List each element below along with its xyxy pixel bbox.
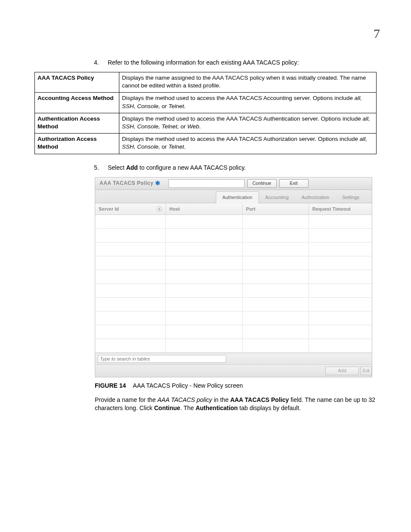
tab-accounting[interactable]: Accounting xyxy=(259,191,295,203)
grid-search-bar xyxy=(95,353,372,364)
def-value: Displays the name assigned to the AAA TA… xyxy=(119,72,377,92)
policy-name-input[interactable] xyxy=(168,179,245,188)
def-value: Displays the method used to access the A… xyxy=(119,93,377,113)
continue-button[interactable]: Continue xyxy=(247,179,277,188)
table-row xyxy=(95,325,372,339)
def-value: Displays the method used to access the A… xyxy=(119,134,377,154)
table-row xyxy=(95,339,372,353)
grid-footer: Add Edi xyxy=(95,364,372,377)
col-port[interactable]: Port xyxy=(243,203,309,215)
table-row: Authorization Access Method Displays the… xyxy=(35,134,377,154)
table-row xyxy=(95,284,372,298)
grid-body xyxy=(95,215,372,353)
table-row xyxy=(95,298,372,311)
step-5-text: Select Add to configure a new AAA TACACS… xyxy=(108,164,246,171)
add-button[interactable]: Add xyxy=(325,367,359,375)
col-server-id[interactable]: Server Id ▴ xyxy=(95,203,166,215)
sort-icon[interactable]: ▴ xyxy=(157,206,162,212)
table-row: Authentication Access Method Displays th… xyxy=(35,113,377,133)
edit-button[interactable]: Edi xyxy=(361,367,372,375)
def-key: Authentication Access Method xyxy=(35,113,119,133)
figure-caption: FIGURE 14AAA TACACS Policy - New Policy … xyxy=(95,382,377,390)
def-key: AAA TACACS Policy xyxy=(35,72,119,92)
col-host[interactable]: Host xyxy=(166,203,243,215)
step-4: 4. Refer to the following information fo… xyxy=(94,59,377,67)
step-4-num: 4. xyxy=(94,59,106,67)
table-row xyxy=(95,243,372,256)
aaa-tacacs-policy-dialog: AAA TACACS Policy✱ Continue Exit Authent… xyxy=(95,177,372,378)
definition-table: AAA TACACS Policy Displays the name assi… xyxy=(34,72,377,154)
grid-header: Server Id ▴ Host Port Request Timeout xyxy=(95,203,372,215)
exit-button[interactable]: Exit xyxy=(279,179,308,188)
required-star-icon: ✱ xyxy=(155,179,161,187)
body-paragraph: Provide a name for the AAA TACACS policy… xyxy=(95,396,377,412)
tab-authentication[interactable]: Authentication xyxy=(216,191,259,203)
table-row xyxy=(95,311,372,325)
tab-authorization[interactable]: Authorization xyxy=(295,191,336,203)
table-row: Accounting Access Method Displays the me… xyxy=(35,93,377,113)
grid-search-input[interactable] xyxy=(98,355,226,363)
def-value: Displays the method used to access the A… xyxy=(119,113,377,133)
tab-settings[interactable]: Settings xyxy=(336,191,366,203)
title-bar: AAA TACACS Policy✱ Continue Exit xyxy=(95,177,372,190)
def-key: Accounting Access Method xyxy=(35,93,119,113)
table-row: AAA TACACS Policy Displays the name assi… xyxy=(35,72,377,92)
tabs: Authentication Accounting Authorization … xyxy=(95,190,372,203)
step-5-num: 5. xyxy=(94,164,106,172)
dialog-title: AAA TACACS Policy✱ xyxy=(95,179,161,187)
table-row xyxy=(95,256,372,270)
def-key: Authorization Access Method xyxy=(35,134,119,154)
page-number: 7 xyxy=(374,25,380,43)
table-row xyxy=(95,215,372,229)
col-request-timeout[interactable]: Request Timeout xyxy=(309,203,372,215)
table-row xyxy=(95,270,372,284)
step-5: 5. Select Add to configure a new AAA TAC… xyxy=(94,164,377,172)
table-row xyxy=(95,229,372,243)
step-4-text: Refer to the following information for e… xyxy=(108,59,299,66)
